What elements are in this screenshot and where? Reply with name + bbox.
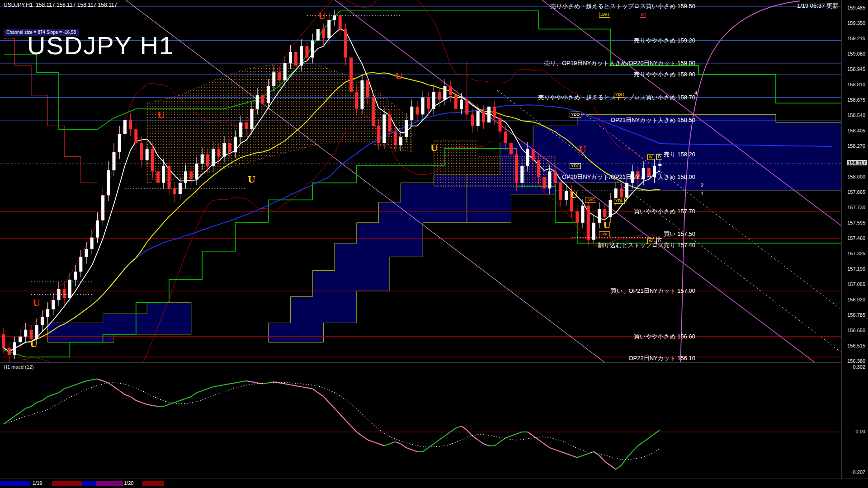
macd-axis-max: 0.302: [853, 364, 865, 370]
level-annotation: 売りやや小さめ 158.90: [634, 70, 695, 79]
signal-icon: U: [318, 11, 326, 21]
timeline-date-label: 1/19: [33, 480, 42, 486]
macd-indicator-label: H1 macd (12): [4, 364, 34, 370]
level-annotation: 売り小さめ・超えるとストップロス買い小さめ 159.50: [550, 2, 695, 10]
level-annotation: OP21日NYカット大きめ 158.50: [611, 116, 695, 124]
period-label-box: YDL: [614, 198, 625, 204]
signal-icon: U: [30, 339, 38, 349]
price-axis-label: 157.190: [847, 266, 865, 272]
session-segment: [142, 481, 164, 486]
signal-icon: U: [430, 143, 438, 153]
price-axis-label: 159.485: [847, 5, 865, 10]
price-axis-label: 156.380: [847, 358, 865, 364]
session-segment: [0, 481, 30, 486]
level-annotation: 買い 157.50: [664, 230, 695, 238]
signal-icon: U: [248, 174, 255, 184]
period-label-box: YDH: [614, 92, 625, 98]
price-axis-label: 156.785: [847, 312, 865, 318]
timeline-date-label: 1/20: [124, 480, 133, 486]
price-axis-label: 159.350: [847, 20, 865, 26]
period-label-box: M: [640, 12, 646, 18]
level-annotation: 買いやや小さめ 156.60: [634, 333, 695, 341]
price-axis-label: 158.675: [847, 97, 865, 103]
price-axis-label: 158.000: [847, 174, 865, 179]
count-digit: 2: [701, 183, 703, 188]
current-price-tag: 158.117: [847, 160, 867, 165]
chart-window: USDJPY,H1 158.117 158.117 158.117 158.11…: [0, 0, 868, 488]
price-chart-canvas[interactable]: [0, 0, 868, 488]
period-label-box: W: [647, 238, 654, 244]
price-axis-label: 156.515: [847, 343, 865, 348]
signal-icon: U: [570, 190, 578, 200]
price-axis-label: 159.215: [847, 36, 865, 41]
price-axis-label: 158.405: [847, 128, 865, 133]
update-time: 1/19 06:37 更新: [797, 2, 838, 10]
price-axis-label: 157.595: [847, 220, 865, 225]
session-timeline: 1/191/20: [0, 479, 868, 488]
level-annotation: 買いやや小さめ 157.70: [634, 207, 695, 216]
period-label-box: W: [647, 154, 654, 160]
period-label-box: D: [656, 154, 662, 160]
level-annotation: 売り 158.20: [664, 150, 695, 159]
signal-icon: U: [157, 110, 165, 120]
price-axis-label: 157.460: [847, 235, 865, 241]
price-axis-label: 158.540: [847, 113, 865, 118]
period-label-box: YDO: [570, 112, 581, 117]
level-annotation: 売りやや小さめ 159.20: [634, 37, 695, 45]
price-axis-label: 158.945: [847, 66, 865, 72]
price-axis-label: 159.080: [847, 51, 865, 56]
price-axis-label: 157.325: [847, 251, 865, 256]
session-segment: [52, 481, 82, 486]
period-label-box: YDC: [570, 163, 581, 169]
level-annotation: 買い、OP21日NYカット 157.00: [611, 287, 695, 295]
count-digit: 4: [694, 90, 697, 95]
macd-axis-zero: 0.00: [856, 429, 865, 434]
price-axis-label: 157.865: [847, 189, 865, 195]
price-axis-label: 158.270: [847, 143, 865, 149]
period-label-box: LWL: [599, 231, 610, 237]
level-annotation: OP22日NYカット 156.10: [628, 354, 695, 362]
level-annotation: OP20日NYカット/OP21日NYカット大きめ 158.00: [562, 173, 695, 181]
session-segment: [82, 481, 96, 486]
price-axis-label: 158.810: [847, 82, 865, 87]
price-axis-label: 157.730: [847, 205, 865, 210]
signal-icon: U: [33, 298, 40, 308]
watermark-title: USDJPY H1: [27, 31, 174, 60]
level-annotation: 割り込むとストップロス売り 157.40: [598, 241, 695, 249]
period-label-box: LWC: [585, 197, 596, 203]
period-label-box: D: [656, 238, 662, 244]
signal-icon: U: [603, 220, 611, 230]
signal-icon: U: [395, 71, 403, 81]
signal-icon: U: [579, 145, 586, 155]
price-axis-label: 156.920: [847, 297, 865, 302]
level-annotation: 売り、OP19日NYカット大きめ/OP20日NYカット 159.00: [544, 59, 695, 67]
session-segment: [96, 481, 123, 486]
symbol-ohlc-info: USDJPY,H1 158.117 158.117 158.117 158.11…: [4, 2, 117, 8]
price-axis-label: 157.055: [847, 282, 865, 287]
period-label-box: LWH: [599, 12, 610, 18]
macd-axis-min: -0.207: [851, 469, 865, 475]
price-axis-label: 156.650: [847, 328, 865, 333]
count-digit: 1: [701, 191, 703, 196]
